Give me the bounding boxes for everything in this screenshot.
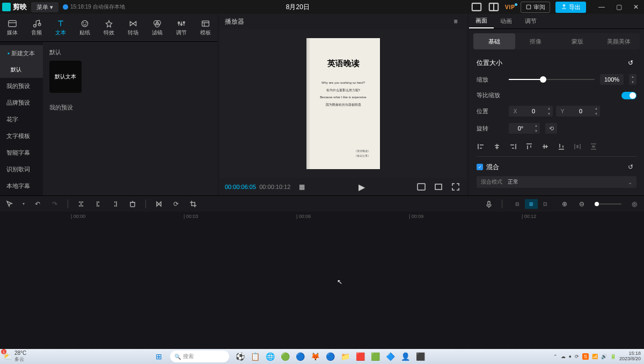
dist-h-icon[interactable] <box>573 142 582 151</box>
align-left-icon[interactable] <box>477 142 485 151</box>
rotate-icon[interactable]: ⟳ <box>172 200 180 208</box>
tb-explorer[interactable]: 📁 <box>339 350 353 363</box>
panel-icon[interactable] <box>488 2 500 12</box>
zoom-out-icon[interactable]: ⊖ <box>577 200 586 208</box>
scale-input[interactable] <box>600 74 624 85</box>
dist-v-icon[interactable] <box>589 142 598 151</box>
tray-s-icon[interactable]: S <box>582 353 589 360</box>
tb-app-5[interactable]: 🟥 <box>354 350 368 363</box>
tab-media[interactable]: 媒体 <box>0 14 24 41</box>
undo-icon[interactable]: ↶ <box>33 200 42 208</box>
tb-app-1[interactable]: ⚽ <box>233 350 247 363</box>
pointer-tool-icon[interactable] <box>5 200 14 208</box>
tb-jianying[interactable]: ⬛ <box>414 350 428 363</box>
maximize-icon[interactable]: ▢ <box>613 2 625 12</box>
sidebar-item-template[interactable]: 文字模板 <box>0 128 43 144</box>
split-left-icon[interactable] <box>94 200 103 208</box>
scale-spinner[interactable]: ▲▼ <box>629 74 636 85</box>
mode-3-button[interactable]: ⊡ <box>539 199 552 209</box>
tab-sticker[interactable]: 贴纸 <box>72 14 97 41</box>
mode-2-button[interactable]: ⊞ <box>525 199 538 209</box>
tray-app-icon[interactable]: ● <box>569 354 572 359</box>
tb-firefox[interactable]: 🦊 <box>309 350 323 363</box>
tab-filter[interactable]: 滤镜 <box>145 14 169 41</box>
mode-1-button[interactable]: ⊟ <box>511 199 524 209</box>
text-preset-default[interactable]: 默认文本 <box>49 61 82 93</box>
tb-app-3[interactable]: 🟢 <box>279 350 292 363</box>
tab-adjust[interactable]: 调节 <box>169 14 193 41</box>
sidebar-item-mypreset[interactable]: 我的预设 <box>0 78 43 94</box>
split-right-icon[interactable] <box>111 200 120 208</box>
align-right-icon[interactable] <box>509 142 517 151</box>
inspector-tab-anim[interactable]: 动画 <box>494 14 518 28</box>
tb-app-8[interactable]: 👤 <box>399 350 413 363</box>
align-bottom-icon[interactable] <box>557 142 566 151</box>
tray-battery-icon[interactable]: 🔋 <box>610 354 616 359</box>
align-vcenter-icon[interactable] <box>541 142 550 151</box>
export-button[interactable]: 导出 <box>555 2 586 13</box>
rotation-reset-icon[interactable]: ⟲ <box>549 125 554 132</box>
delete-icon[interactable] <box>128 200 137 208</box>
tray-chevron-icon[interactable]: ⌃ <box>553 354 558 359</box>
play-icon[interactable]: ▶ <box>356 182 368 192</box>
fit-icon[interactable]: ◎ <box>630 200 639 208</box>
y-spinner[interactable]: ▲▼ <box>592 106 600 117</box>
x-input[interactable] <box>522 106 545 117</box>
subtab-cutout[interactable]: 抠像 <box>515 33 557 49</box>
scale-slider[interactable] <box>509 79 595 80</box>
ruler[interactable]: | 00:00 | 00:03 | 00:06 | 00:09 | 00:12 <box>0 212 644 221</box>
subtab-mask[interactable]: 蒙版 <box>557 33 598 49</box>
tab-text[interactable]: 文本 <box>48 14 72 41</box>
tray-wifi-icon[interactable]: 📶 <box>592 354 598 359</box>
redo-icon[interactable]: ↷ <box>50 200 59 208</box>
tray-cloud-icon[interactable]: ☁ <box>561 354 566 359</box>
preview-menu-icon[interactable]: ≡ <box>450 17 462 26</box>
sidebar-item-brand[interactable]: 品牌预设 <box>0 94 43 111</box>
inspector-tab-adjust[interactable]: 调节 <box>518 14 543 28</box>
tray-volume-icon[interactable]: 🔊 <box>601 354 607 359</box>
fullscreen-icon[interactable] <box>450 182 462 192</box>
tab-effects[interactable]: 特效 <box>97 14 121 41</box>
mirror-h-icon[interactable] <box>155 200 163 208</box>
align-top-icon[interactable] <box>525 142 533 151</box>
tab-template[interactable]: 模板 <box>193 14 217 41</box>
tb-app-2[interactable]: 📋 <box>248 350 262 363</box>
frame-icon[interactable] <box>415 182 427 192</box>
review-button[interactable]: 审阅 <box>521 2 550 13</box>
sidebar-item-local[interactable]: 本地字幕 <box>0 178 43 194</box>
rotation-spinner[interactable]: ▲▼ <box>532 123 540 134</box>
preview-canvas[interactable]: 英语晚读 Why are you working so hard? 你为什么要那… <box>219 29 467 178</box>
tb-chrome[interactable]: 🌐 <box>264 350 277 363</box>
search-input[interactable]: 🔍 搜索 <box>170 351 229 362</box>
inspector-tab-canvas[interactable]: 画面 <box>469 14 494 28</box>
ratio-icon[interactable] <box>433 182 444 192</box>
tray-sync-icon[interactable]: ⟳ <box>575 354 579 359</box>
equal-scale-toggle[interactable] <box>621 92 636 99</box>
mic-icon[interactable] <box>485 200 493 208</box>
chevron-down-icon[interactable]: ▾ <box>23 201 25 206</box>
tb-app-6[interactable]: 🟩 <box>369 350 383 363</box>
blend-checkbox[interactable]: ✓ <box>477 164 483 170</box>
close-icon[interactable]: ✕ <box>630 2 642 12</box>
clock[interactable]: 15:18 2023/8/20 <box>619 351 641 362</box>
magnet-icon[interactable]: ⊕ <box>560 200 569 208</box>
blend-mode-select[interactable]: 混合模式正常 ⌄ <box>477 176 636 188</box>
subtab-beauty[interactable]: 美颜美体 <box>598 33 640 49</box>
sidebar-item-default[interactable]: 默认 <box>0 62 43 78</box>
split-icon[interactable] <box>77 200 85 208</box>
crop-icon[interactable] <box>189 200 197 208</box>
tb-app-4[interactable]: 🔵 <box>324 350 338 363</box>
sidebar-item-smart[interactable]: 智能字幕 <box>0 144 43 161</box>
layout-icon[interactable] <box>471 2 482 12</box>
sidebar-item-new-text[interactable]: •新建文本 <box>0 45 43 62</box>
tab-transition[interactable]: 转场 <box>121 14 145 41</box>
weather-widget[interactable]: 1 ⛅ 28°C多云 <box>3 350 26 363</box>
align-hcenter-icon[interactable] <box>493 142 501 151</box>
reset-pos-icon[interactable]: ↺ <box>625 58 636 68</box>
sidebar-item-lyrics[interactable]: 识别歌词 <box>0 161 43 178</box>
tb-edge[interactable]: 🔵 <box>294 350 308 363</box>
tb-app-7[interactable]: 🔷 <box>384 350 398 363</box>
rotation-input[interactable] <box>509 123 532 134</box>
zoom-slider[interactable] <box>595 203 621 205</box>
y-input[interactable] <box>569 106 592 117</box>
